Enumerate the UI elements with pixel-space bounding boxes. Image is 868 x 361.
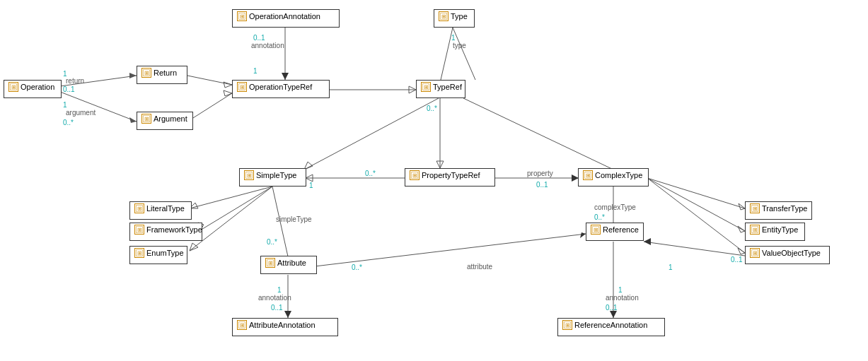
box-referenceannotation: ⊞ ReferenceAnnotation bbox=[557, 318, 665, 336]
label-entitytype: EntityType bbox=[762, 225, 798, 234]
box-operationtyperef: ⊞ OperationTypeRef bbox=[232, 80, 330, 98]
svg-marker-1 bbox=[129, 73, 137, 78]
edge-label-1-type: 1 bbox=[451, 34, 456, 42]
edge-label-0many-prop: 0..* bbox=[365, 170, 376, 177]
box-entitytype: ⊞ EntityType bbox=[745, 223, 805, 241]
icon-complextype: ⊞ bbox=[583, 170, 593, 180]
edge-label-1b: 1 bbox=[63, 101, 67, 109]
svg-line-14 bbox=[453, 28, 475, 80]
label-literaltype: LiteralType bbox=[146, 204, 185, 213]
edge-label-1-ref: 1 bbox=[669, 264, 673, 271]
box-frameworktype: ⊞ FrameworkType bbox=[129, 223, 202, 241]
icon-enumtype: ⊞ bbox=[134, 248, 144, 258]
box-typeref: ⊞ TypeRef bbox=[416, 80, 465, 98]
edge-label-0many-a: 0..* bbox=[63, 119, 74, 126]
svg-marker-10 bbox=[282, 73, 289, 80]
svg-marker-25 bbox=[190, 243, 198, 251]
svg-line-24 bbox=[190, 187, 272, 251]
icon-referenceannotation: ⊞ bbox=[562, 320, 572, 330]
edge-label-attribute: attribute bbox=[467, 263, 492, 271]
icon-attribute: ⊞ bbox=[265, 258, 275, 268]
edge-label-01-refann: 0..1 bbox=[606, 304, 618, 312]
icon-operationtyperef: ⊞ bbox=[237, 82, 247, 92]
edge-label-01-prop: 0..1 bbox=[536, 181, 548, 189]
edge-label-complextype: complexType bbox=[594, 203, 636, 211]
box-attributeannotation: ⊞ AttributeAnnotation bbox=[232, 318, 338, 336]
svg-marker-34 bbox=[738, 226, 745, 232]
svg-marker-28 bbox=[306, 174, 313, 182]
icon-literaltype: ⊞ bbox=[134, 203, 144, 213]
svg-line-31 bbox=[647, 178, 745, 208]
edge-label-annotation-ref: annotation bbox=[606, 294, 639, 302]
edge-label-annotation-a: annotation bbox=[251, 42, 284, 49]
edge-label-01-attrann: 0..1 bbox=[271, 304, 283, 312]
label-operationtyperef: OperationTypeRef bbox=[249, 83, 312, 91]
edge-label-return: return bbox=[66, 77, 84, 85]
label-typeref: TypeRef bbox=[433, 83, 462, 91]
svg-line-7 bbox=[187, 93, 232, 122]
box-type: ⊞ Type bbox=[434, 9, 475, 28]
icon-simpletype: ⊞ bbox=[244, 170, 254, 180]
svg-marker-12 bbox=[409, 86, 416, 93]
box-simpletype: ⊞ SimpleType bbox=[239, 168, 306, 187]
edge-label-1-attrann: 1 bbox=[277, 286, 282, 294]
svg-marker-39 bbox=[284, 311, 291, 318]
edge-label-01-ann: 0..1 bbox=[253, 34, 265, 42]
svg-marker-18 bbox=[436, 161, 444, 168]
icon-valueobjecttype: ⊞ bbox=[750, 248, 760, 258]
edge-label-01a: 0..1 bbox=[63, 85, 75, 93]
label-transfertype: TransferType bbox=[762, 204, 807, 213]
edge-label-annotation-attr: annotation bbox=[258, 294, 291, 302]
svg-line-22 bbox=[200, 187, 272, 230]
box-valueobjecttype: ⊞ ValueObjectType bbox=[745, 246, 830, 264]
box-literaltype: ⊞ LiteralType bbox=[129, 201, 192, 220]
label-argument: Argument bbox=[154, 114, 187, 123]
label-attributeannotation: AttributeAnnotation bbox=[249, 321, 316, 329]
edge-label-01-vot: 0..1 bbox=[731, 256, 743, 264]
svg-marker-36 bbox=[738, 248, 745, 254]
edge-label-0many-c: 0..* bbox=[267, 238, 277, 246]
edge-label-0many-ct: 0..* bbox=[594, 213, 605, 221]
edge-label-argument: argument bbox=[66, 109, 96, 117]
label-propertytyperef: PropertyTypeRef bbox=[422, 171, 480, 179]
svg-marker-6 bbox=[224, 82, 232, 88]
box-complextype: ⊞ ComplexType bbox=[578, 168, 649, 187]
icon-argument: ⊞ bbox=[141, 114, 151, 124]
svg-line-20 bbox=[190, 187, 272, 208]
label-simpletype: SimpleType bbox=[256, 171, 296, 179]
icon-frameworktype: ⊞ bbox=[134, 225, 144, 235]
box-propertytyperef: ⊞ PropertyTypeRef bbox=[405, 168, 495, 187]
icon-return: ⊞ bbox=[141, 68, 151, 78]
icon-operation: ⊞ bbox=[8, 82, 18, 92]
label-reference: Reference bbox=[603, 225, 639, 234]
label-operation: Operation bbox=[21, 83, 54, 91]
svg-line-2 bbox=[60, 92, 137, 122]
icon-attributeannotation: ⊞ bbox=[237, 320, 247, 330]
svg-line-5 bbox=[187, 76, 232, 85]
edge-label-property: property bbox=[527, 170, 553, 177]
box-transfertype: ⊞ TransferType bbox=[745, 201, 812, 220]
box-reference: ⊞ Reference bbox=[586, 223, 644, 241]
label-complextype: ComplexType bbox=[595, 171, 642, 179]
edge-label-1c: 1 bbox=[253, 67, 257, 75]
icon-operationannotation: ⊞ bbox=[237, 11, 247, 21]
svg-marker-8 bbox=[224, 90, 232, 96]
edge-label-type: type bbox=[453, 42, 466, 49]
icon-transfertype: ⊞ bbox=[750, 203, 760, 213]
icon-entitytype: ⊞ bbox=[750, 225, 760, 235]
icon-propertytyperef: ⊞ bbox=[410, 170, 419, 180]
label-type: Type bbox=[451, 12, 468, 20]
label-valueobjecttype: ValueObjectType bbox=[762, 249, 821, 257]
label-operationannotation: OperationAnnotation bbox=[249, 12, 320, 20]
svg-marker-41 bbox=[610, 311, 617, 318]
icon-type: ⊞ bbox=[439, 11, 449, 21]
diagram-container: ⊞ Operation ⊞ Return ⊞ Argument ⊞ Operat… bbox=[0, 0, 868, 361]
svg-marker-3 bbox=[129, 117, 137, 123]
label-enumtype: EnumType bbox=[146, 249, 184, 257]
box-return: ⊞ Return bbox=[137, 66, 187, 84]
edge-label-0many-b: 0..* bbox=[427, 105, 437, 112]
box-enumtype: ⊞ EnumType bbox=[129, 246, 187, 264]
svg-line-33 bbox=[647, 178, 745, 231]
label-frameworktype: FrameworkType bbox=[146, 225, 202, 234]
icon-reference: ⊞ bbox=[591, 225, 601, 235]
